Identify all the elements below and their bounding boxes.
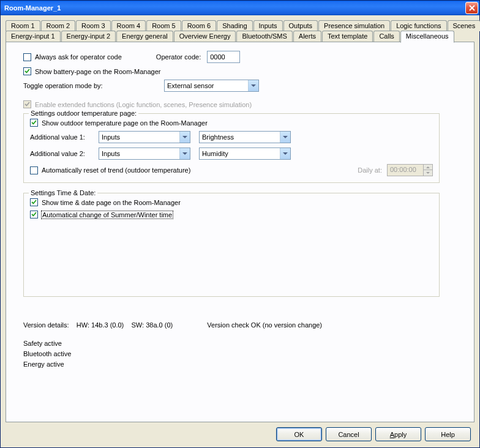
status-line: Energy active [23,360,462,368]
tab-outputs[interactable]: Outputs [283,20,318,31]
chevron-down-icon [179,148,190,159]
add1-label: Additional value 1: [30,133,99,141]
auto-summer-label: Automatical change of Summer/Winter time [42,211,173,218]
titlebar: Room-Manager_1 [1,1,479,15]
tab-scenes[interactable]: Scenes [448,20,480,31]
tab-room-6[interactable]: Room 6 [182,20,217,31]
auto-summer-checkbox[interactable] [30,211,38,218]
tab-room-1[interactable]: Room 1 [6,20,40,31]
operator-code-input[interactable] [207,51,240,63]
ok-button[interactable]: OK [276,427,322,441]
toggle-mode-label: Toggle operation mode by: [23,82,164,89]
version-hw: HW: 14b.3 (0.0) [77,321,124,329]
tab-alerts[interactable]: Alerts [293,31,321,42]
tab-room-2[interactable]: Room 2 [41,20,76,31]
tab-presence-simulation[interactable]: Presence simulation [318,20,390,31]
help-button[interactable]: Help [425,427,471,441]
chevron-down-icon [280,132,290,143]
outdoor-fieldset: Settings outdoor temperature page: Show … [23,113,440,183]
daily-at-spinner: 00:00:00 [387,164,433,176]
timedate-fieldset: Settings Time & Date: Show time & date p… [23,193,440,297]
cancel-button[interactable]: Cancel [326,427,372,441]
status-line: Safety active [23,340,462,347]
add2-source-select[interactable]: Inputs [99,147,190,160]
show-outdoor-checkbox[interactable] [30,119,38,127]
show-timedate-label: Show time & date page on the Room-Manage… [42,199,181,206]
chevron-down-icon [179,132,190,143]
add2-label: Additional value 2: [30,150,99,157]
version-check: Version check OK (no version change) [207,321,322,329]
tab-energy-input-2[interactable]: Energy-input 2 [61,31,116,42]
enable-extended-label: Enable extended functions (Logic functio… [35,101,252,108]
tab-strip: Room 1Room 2Room 3Room 4Room 5Room 6Shad… [6,20,474,42]
auto-reset-trend-label: Automatically reset of trend (outdoor te… [42,166,190,174]
auto-reset-trend-checkbox[interactable] [30,166,38,174]
tab-calls[interactable]: Calls [373,31,399,42]
tab-logic-functions[interactable]: Logic functions [391,20,446,31]
add1-value-value: Brightness [202,133,280,141]
add1-value-select[interactable]: Brightness [199,131,291,143]
version-sw: SW: 38a.0 (0) [132,321,173,329]
tab-room-4[interactable]: Room 4 [111,20,146,31]
window-title: Room-Manager_1 [4,4,465,12]
show-battery-label: Show battery-page on the Room-Manager [35,68,160,75]
spinner-down-icon [423,170,432,176]
tab-room-3[interactable]: Room 3 [76,20,111,31]
close-button[interactable] [465,2,478,14]
tab-miscellaneous[interactable]: Miscellaneous [400,31,454,43]
always-ask-label: Always ask for operator code [35,53,122,61]
add2-value-select[interactable]: Humidity [199,147,291,160]
chevron-down-icon [280,148,290,159]
status-line: Bluetooth active [23,350,462,357]
tab-bluetooth-sms[interactable]: Bluetooth/SMS [236,31,292,42]
add2-value-value: Humidity [202,150,280,157]
daily-at-label: Daily at: [358,166,382,174]
toggle-mode-select[interactable]: External sensor [164,80,259,92]
tab-energy-general[interactable]: Energy general [116,31,173,42]
tab-inputs[interactable]: Inputs [253,20,283,31]
enable-extended-checkbox [23,100,31,108]
chevron-down-icon [248,80,258,91]
timedate-legend: Settings Time & Date: [29,189,97,196]
tab-energy-input-1[interactable]: Energy-input 1 [6,31,61,42]
show-outdoor-label: Show outdoor temperature page on the Roo… [42,119,208,127]
add2-source-value: Inputs [102,150,179,157]
operator-code-label: Operator code: [156,53,201,61]
tab-overview-energy[interactable]: Overview Energy [174,31,236,42]
tab-content-miscellaneous: Always ask for operator code Operator co… [6,42,474,422]
tab-shading[interactable]: Shading [217,20,252,31]
show-timedate-checkbox[interactable] [30,198,38,206]
toggle-mode-value: External sensor [167,82,248,89]
add1-source-select[interactable]: Inputs [99,131,190,143]
apply-button[interactable]: Apply [375,427,421,441]
tab-room-5[interactable]: Room 5 [146,20,181,31]
button-bar: OK Cancel Apply Help [6,422,474,442]
outdoor-legend: Settings outdoor temperature page: [29,110,138,117]
daily-at-value: 00:00:00 [388,165,423,176]
spinner-up-icon [423,165,432,170]
tab-text-template[interactable]: Text template [322,31,373,42]
close-icon [469,5,475,11]
add1-source-value: Inputs [102,133,179,141]
show-battery-checkbox[interactable] [23,67,31,75]
status-block: Version details: HW: 14b.3 (0.0) SW: 38a… [23,321,462,368]
always-ask-checkbox[interactable] [23,53,31,61]
version-details-label: Version details: [23,321,69,329]
